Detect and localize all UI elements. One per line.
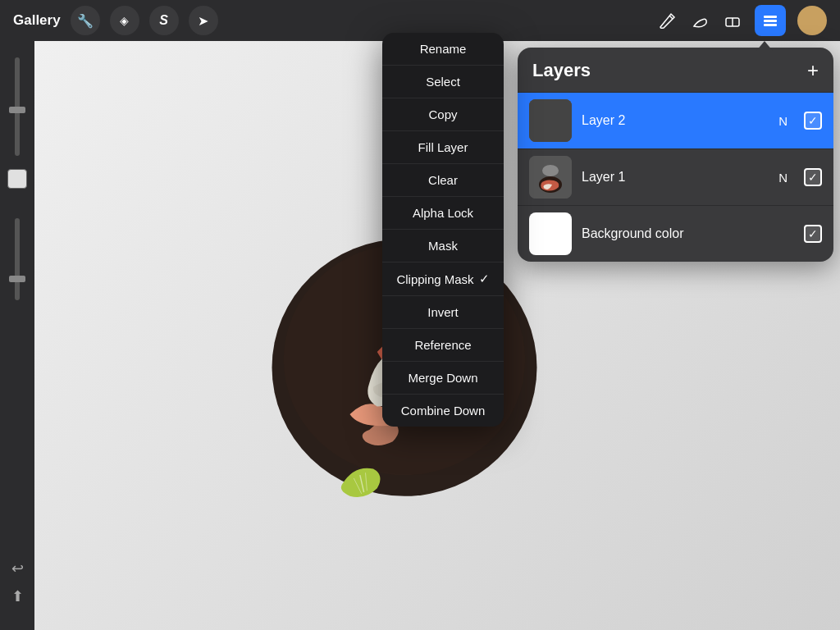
layer-1-name: Layer 1 [582,170,625,185]
context-menu-item-invert[interactable]: Invert [382,296,504,329]
left-sidebar: ↩ ⬆ [0,41,34,630]
layer-1-thumbnail [529,156,572,199]
brush-size-slider[interactable] [15,57,20,156]
layer-1-checkbox[interactable] [804,168,822,186]
layers-panel: Layers + Layer 2 N [518,48,833,262]
layer-1-blend: N [778,171,788,185]
layers-button[interactable] [755,5,786,36]
svg-rect-12 [529,99,572,142]
context-menu-item-select[interactable]: Select [382,66,504,98]
wrench-button[interactable]: 🔧 [71,6,100,35]
layer-2-checkbox[interactable] [804,112,822,130]
svg-rect-3 [764,16,777,18]
smudge-icon [689,10,710,31]
smudge-button[interactable] [689,10,710,31]
layer-row-2[interactable]: Layer 2 N [518,92,833,148]
context-menu-item-copy[interactable]: Copy [382,98,504,131]
background-checkbox[interactable] [804,225,822,243]
brush-size-thumb [9,107,25,113]
layers-header: Layers + [518,48,833,92]
transform-button[interactable]: ➤ [189,6,218,35]
svg-point-14 [542,165,559,176]
text-style-button[interactable]: S [149,6,179,35]
opacity-slider[interactable] [15,218,20,300]
text-style-icon: S [159,13,168,28]
sidebar-bottom-icons: ↩ ⬆ [11,559,24,614]
layer-row-1[interactable]: Layer 1 N [518,148,833,205]
layer-2-info: Layer 2 N [582,112,822,130]
avatar-button[interactable] [797,6,827,35]
toolbar-right [656,5,827,36]
svg-rect-5 [764,24,777,26]
context-menu-item-fill-layer[interactable]: Fill Layer [382,131,504,164]
brush-button[interactable] [656,10,678,31]
context-menu-item-reference[interactable]: Reference [382,329,504,362]
add-layer-button[interactable]: + [807,59,819,82]
layer-row-background[interactable]: Background color [518,205,833,262]
adjustments-icon: ◈ [120,14,129,27]
layer-1-info: Layer 1 N [582,168,822,186]
brush-icon [656,10,678,31]
svg-rect-4 [764,20,777,22]
context-menu-item-rename[interactable]: Rename [382,33,504,66]
color-preview [7,169,27,189]
layer-1-thumb-svg [529,156,572,199]
clipping-mask-check-icon: ✓ [479,272,490,286]
share-button[interactable]: ⬆ [11,587,24,605]
svg-line-0 [669,16,673,19]
eraser-icon [722,10,743,31]
context-menu-item-clear[interactable]: Clear [382,164,504,197]
layers-icon [761,11,779,30]
layer-2-name: Layer 2 [582,113,625,128]
context-menu-item-alpha-lock[interactable]: Alpha Lock [382,197,504,230]
transform-icon: ➤ [198,13,208,29]
background-info: Background color [582,225,822,243]
eraser-button[interactable] [722,10,743,31]
background-name: Background color [582,226,684,241]
context-menu-item-merge-down[interactable]: Merge Down [382,362,504,395]
layer-2-thumb-svg [529,99,572,142]
wrench-icon: 🔧 [77,13,94,29]
layers-panel-caret [756,41,773,51]
background-thumbnail [529,212,572,255]
gallery-button[interactable]: Gallery [13,12,61,29]
layer-2-thumbnail [529,99,572,142]
toolbar-left: Gallery 🔧 ◈ S ➤ [13,6,218,35]
context-menu-item-clipping-mask[interactable]: Clipping Mask ✓ [382,262,504,296]
undo-button[interactable]: ↩ [11,559,24,578]
context-menu: Rename Select Copy Fill Layer Clear Alph… [382,33,504,427]
context-menu-item-combine-down[interactable]: Combine Down [382,395,504,427]
layers-title: Layers [532,60,591,81]
adjustments-button[interactable]: ◈ [110,6,139,35]
context-menu-item-mask[interactable]: Mask [382,230,504,262]
opacity-thumb [9,276,25,282]
layer-2-blend: N [778,114,788,128]
sidebar-sliders [7,57,27,553]
